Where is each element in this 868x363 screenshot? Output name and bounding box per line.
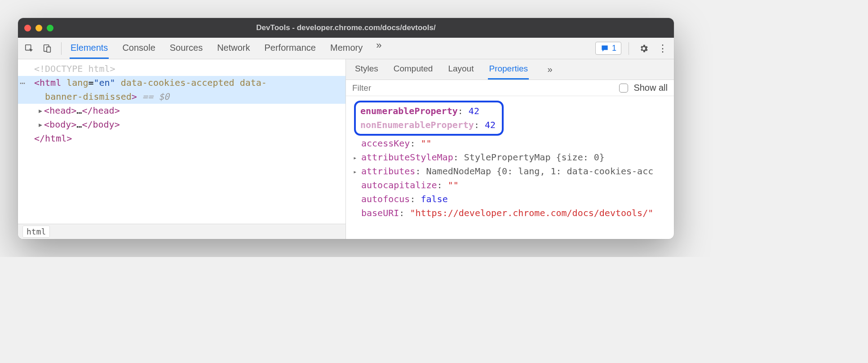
filter-input[interactable] [352,83,614,93]
svg-rect-2 [47,47,50,52]
sidebar-panel: Styles Computed Layout Properties » Show… [346,59,674,239]
property-name: baseURI [361,208,399,218]
property-row[interactable]: accessKey: "" [350,137,672,151]
dom-html-close[interactable]: </html> [18,132,345,146]
collapsed-dots-icon: ⋯ [20,76,25,90]
dom-body[interactable]: ▸<body>…</body> [18,118,345,132]
filter-row: Show all [346,80,674,96]
property-row[interactable]: ▸attributes: NamedNodeMap {0: lang, 1: d… [350,164,672,178]
dom-head[interactable]: ▸<head>…</head> [18,104,345,118]
content: <!DOCTYPE html> ⋯<html lang="en" data-co… [18,59,674,239]
property-value: StylePropertyMap {size: 0} [464,152,605,163]
show-all-checkbox[interactable] [619,84,628,93]
property-row[interactable]: autocapitalize: "" [350,178,672,192]
property-name: accessKey [361,138,410,149]
dom-html-element[interactable]: ⋯<html lang="en" data-cookies-accepted d… [18,76,345,104]
property-value: "" [421,138,431,149]
device-toggle-icon[interactable] [40,41,55,56]
property-value: NamedNodeMap {0: lang, 1: data-cookies-a… [426,166,654,177]
dom-tree[interactable]: <!DOCTYPE html> ⋯<html lang="en" data-co… [18,59,345,224]
tabs-overflow-icon[interactable]: » [376,38,381,53]
subtabs-overflow-icon[interactable]: » [542,62,558,77]
devtools-window: DevTools - developer.chrome.com/docs/dev… [18,18,674,239]
breadcrumb[interactable]: html [18,224,345,239]
sidebar-tabs: Styles Computed Layout Properties » [346,59,674,80]
expand-icon[interactable]: ▸ [353,167,357,177]
property-value: "" [448,180,459,190]
tab-sources[interactable]: Sources [169,38,204,59]
inspect-icon[interactable] [22,41,37,56]
property-row[interactable]: ▸attributeStyleMap: StylePropertyMap {si… [350,151,672,164]
dom-doctype[interactable]: <!DOCTYPE html> [18,62,345,76]
issues-count: 1 [612,44,616,53]
property-name: attributes [361,166,415,177]
divider [629,42,629,55]
prop-enumerable[interactable]: enumerableProperty: 42 [360,104,496,118]
issues-button[interactable]: 1 [595,42,621,55]
own-properties-highlight: enumerableProperty: 42 nonEnumerableProp… [354,101,504,136]
subtab-layout[interactable]: Layout [447,59,474,80]
divider [61,42,62,55]
window-title: DevTools - developer.chrome.com/docs/dev… [18,23,674,32]
expand-icon[interactable]: ▸ [38,118,44,132]
property-name: autocapitalize [361,180,437,190]
subtab-styles[interactable]: Styles [354,59,379,80]
prop-nonenumerable[interactable]: nonEnumerableProperty: 42 [360,118,496,132]
expand-icon[interactable]: ▸ [353,153,357,163]
breadcrumb-html[interactable]: html [22,226,50,238]
main-toolbar: Elements Console Sources Network Perform… [18,38,674,59]
property-row[interactable]: autofocus: false [350,192,672,206]
property-name: autofocus [361,194,410,204]
main-tabs: Elements Console Sources Network Perform… [65,38,381,59]
property-row[interactable]: baseURI: "https://developer.chrome.com/d… [350,206,672,220]
property-name: attributeStyleMap [361,152,453,163]
tab-performance[interactable]: Performance [264,38,317,59]
subtab-computed[interactable]: Computed [393,59,434,80]
tab-memory[interactable]: Memory [329,38,363,59]
properties-list[interactable]: enumerableProperty: 42 nonEnumerableProp… [346,96,674,239]
property-value: "https://developer.chrome.com/docs/devto… [410,208,653,218]
subtab-properties[interactable]: Properties [488,59,529,80]
titlebar: DevTools - developer.chrome.com/docs/dev… [18,18,674,38]
tab-elements[interactable]: Elements [70,38,109,59]
elements-panel: <!DOCTYPE html> ⋯<html lang="en" data-co… [18,59,346,239]
property-value: false [421,194,447,204]
settings-icon[interactable] [636,41,651,56]
expand-icon[interactable]: ▸ [38,104,44,118]
more-icon[interactable]: ⋮ [655,41,670,56]
tab-console[interactable]: Console [121,38,156,59]
tab-network[interactable]: Network [216,38,251,59]
show-all-label[interactable]: Show all [633,83,668,93]
